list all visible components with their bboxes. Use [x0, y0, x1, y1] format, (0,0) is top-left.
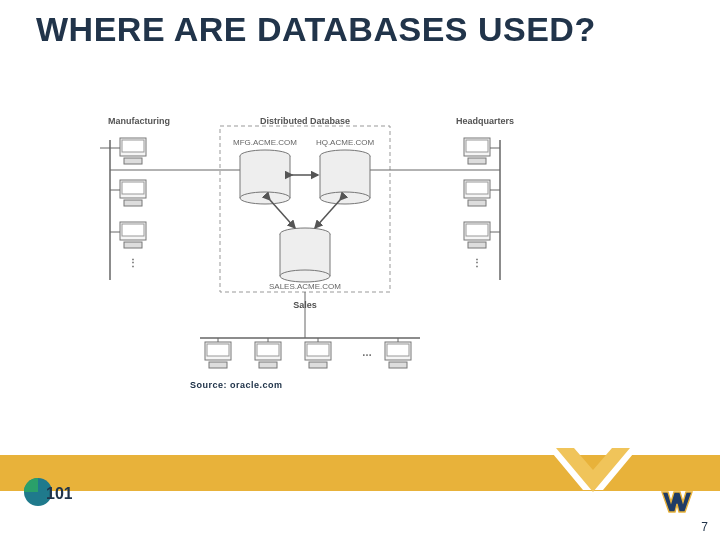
svg-rect-64 — [389, 362, 407, 368]
svg-rect-46 — [466, 224, 488, 236]
svg-rect-63 — [387, 344, 409, 356]
svg-rect-34 — [124, 242, 142, 248]
svg-rect-31 — [124, 200, 142, 206]
svg-rect-56 — [257, 344, 279, 356]
svg-rect-41 — [468, 158, 486, 164]
svg-point-11 — [240, 192, 290, 204]
svg-rect-54 — [209, 362, 227, 368]
svg-text:…: … — [362, 347, 372, 358]
svg-rect-30 — [122, 182, 144, 194]
db-left — [240, 150, 290, 204]
svg-rect-26 — [122, 140, 144, 152]
computer-group-left: ⋮ — [100, 138, 146, 268]
svg-point-21 — [280, 270, 330, 282]
db-bottom — [280, 228, 330, 282]
gold-bar — [0, 455, 720, 491]
computer-group-bottom: … — [205, 338, 411, 368]
db-right — [320, 150, 370, 204]
source-text: Source: oracle.com — [190, 380, 283, 390]
svg-rect-57 — [259, 362, 277, 368]
svg-text:⋮: ⋮ — [128, 257, 138, 268]
svg-rect-44 — [468, 200, 486, 206]
diagram: ⋮ ⋮ … — [90, 120, 520, 370]
caption-db-right: HQ.ACME.COM — [310, 138, 380, 147]
label-manufacturing: Manufacturing — [108, 116, 168, 126]
slide: WHERE ARE DATABASES USED? — [0, 0, 720, 540]
svg-line-24 — [315, 200, 340, 228]
label-sales: Sales — [285, 300, 325, 310]
diagram-svg: ⋮ ⋮ … — [90, 120, 520, 370]
svg-text:⋮: ⋮ — [472, 257, 482, 268]
svg-rect-53 — [207, 344, 229, 356]
slide-title: WHERE ARE DATABASES USED? — [36, 10, 596, 49]
svg-rect-40 — [466, 140, 488, 152]
svg-rect-27 — [124, 158, 142, 164]
svg-rect-60 — [309, 362, 327, 368]
svg-rect-59 — [307, 344, 329, 356]
svg-rect-43 — [466, 182, 488, 194]
wvu-logo-icon — [660, 488, 696, 516]
svg-line-23 — [270, 200, 295, 228]
page-number: 7 — [701, 520, 708, 534]
logo-101-icon: 101 — [24, 474, 72, 510]
caption-db-left: MFG.ACME.COM — [228, 138, 302, 147]
svg-point-16 — [320, 192, 370, 204]
caption-db-bottom: SALES.ACME.COM — [258, 282, 352, 291]
label-headquarters: Headquarters — [450, 116, 520, 126]
label-distributed-db: Distributed Database — [240, 116, 370, 126]
svg-rect-33 — [122, 224, 144, 236]
computer-group-right: ⋮ — [464, 138, 500, 268]
svg-text:101: 101 — [46, 485, 72, 502]
svg-rect-47 — [468, 242, 486, 248]
